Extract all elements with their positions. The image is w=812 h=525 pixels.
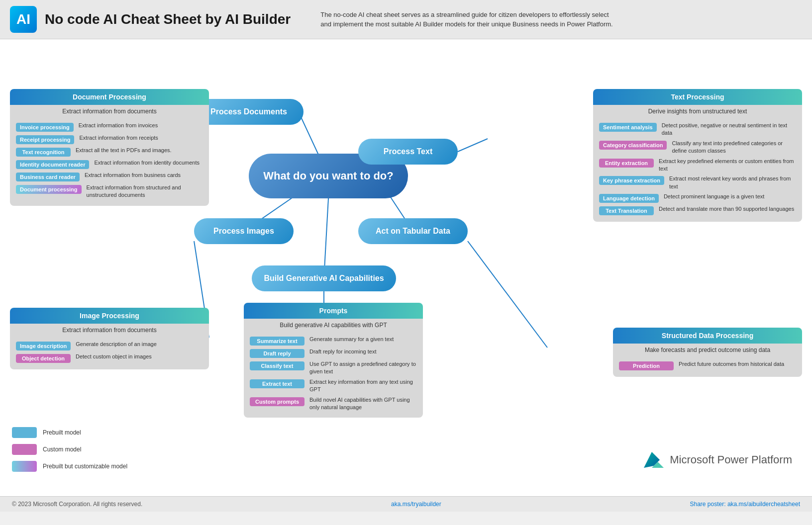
structured-data-body: PredictionPredict future outcomes from h… <box>613 356 802 377</box>
legend-customizable-label: Prebuilt but customizable model <box>43 463 127 470</box>
list-item: Category classificationClassify any text… <box>599 140 796 155</box>
item-description: Extract all the text in PDFs and images. <box>76 147 172 154</box>
power-platform-label: Microsoft Power Platform <box>670 453 792 466</box>
document-processing-box: Document Processing Extract information … <box>10 89 209 206</box>
item-description: Extract information from structured and … <box>87 184 203 199</box>
item-description: Extract information from identity docume… <box>94 159 200 167</box>
legend-custom: Custom model <box>12 444 127 455</box>
process-text-oval[interactable]: Process Text <box>358 139 458 165</box>
list-item: Entity extractionExtract key predefined … <box>599 158 796 173</box>
footer: © 2023 Microsoft Corporation. All rights… <box>0 496 812 512</box>
structured-data-box: Structured Data Processing Make forecast… <box>613 328 802 377</box>
prompts-body: Summarize textGenerate summary for a giv… <box>244 332 423 418</box>
list-item: Image descriptionGenerate description of… <box>16 341 203 350</box>
item-description: Extract key information from any text us… <box>309 378 417 394</box>
item-description: Extract key predefined elements or custo… <box>659 158 796 173</box>
item-tag: Key phrase extraction <box>599 176 664 185</box>
item-tag: Extract text <box>250 379 304 388</box>
main-content: What do you want to do? Process Document… <box>0 39 812 512</box>
image-processing-box: Image Processing Extract information fro… <box>10 308 209 369</box>
list-item: Business card readerExtract information … <box>16 172 203 181</box>
item-description: Extract information from invoices <box>79 122 158 129</box>
item-tag: Category classification <box>599 141 667 150</box>
legend-customizable-swatch <box>12 461 37 472</box>
item-tag: Sentiment analysis <box>599 123 657 132</box>
item-tag: Language detection <box>599 194 659 203</box>
list-item: Identity document readerExtract informat… <box>16 159 203 169</box>
item-description: Classify any text into predefined catego… <box>672 140 796 155</box>
footer-copyright: © 2023 Microsoft Corporation. All rights… <box>12 501 142 508</box>
item-description: Detect and translate more than 90 suppor… <box>659 205 794 213</box>
legend-prebuilt: Prebuilt model <box>12 427 127 438</box>
img-processing-subtitle: Extract information from documents <box>10 324 209 337</box>
item-tag: Receipt processing <box>16 135 74 144</box>
list-item: Draft replyDraft reply for incoming text <box>250 348 417 358</box>
list-item: Invoice processingExtract information fr… <box>16 122 203 132</box>
text-processing-box: Text Processing Derive insights from uns… <box>593 89 802 222</box>
doc-processing-subtitle: Extract information from documents <box>10 105 209 118</box>
item-tag: Custom prompts <box>250 397 304 406</box>
legend: Prebuilt model Custom model Prebuilt but… <box>12 427 127 472</box>
item-tag: Classify text <box>250 361 304 370</box>
svg-line-10 <box>468 241 547 348</box>
list-item: Sentiment analysisDetect positive, negat… <box>599 122 796 137</box>
legend-custom-swatch <box>12 444 37 455</box>
power-platform-branding: Microsoft Power Platform <box>640 448 792 472</box>
text-processing-subtitle: Derive insights from unstructured text <box>593 105 802 118</box>
list-item: Key phrase extractionExtract most releva… <box>599 175 796 190</box>
list-item: Text recognitionExtract all the text in … <box>16 147 203 157</box>
process-documents-oval[interactable]: Process Documents <box>194 99 304 125</box>
item-tag: Object detection <box>16 354 71 363</box>
header-description: The no-code AI cheat sheet serves as a s… <box>320 10 619 29</box>
list-item: Text TranslationDetect and translate mor… <box>599 205 796 215</box>
list-item: PredictionPredict future outcomes from h… <box>619 360 796 370</box>
img-processing-body: Image descriptionGenerate description of… <box>10 337 209 369</box>
item-tag: Text Translation <box>599 206 654 215</box>
structured-data-title: Structured Data Processing <box>613 328 802 344</box>
item-description: Extract most relevant key words and phra… <box>669 175 796 190</box>
text-processing-body: Sentiment analysisDetect positive, negat… <box>593 118 802 222</box>
build-generative-oval[interactable]: Build Generative AI Capabilities <box>252 265 396 291</box>
item-description: Predict future outcomes from historical … <box>679 360 784 368</box>
act-on-tabular-oval[interactable]: Act on Tabular Data <box>358 218 468 244</box>
item-tag: Invoice processing <box>16 123 74 132</box>
item-tag: Draft reply <box>250 349 304 358</box>
legend-prebuilt-label: Prebuilt model <box>43 429 81 436</box>
item-tag: Entity extraction <box>599 159 654 168</box>
header: AI No code AI Cheat Sheet by AI Builder … <box>0 0 812 39</box>
list-item: Extract textExtract key information from… <box>250 378 417 394</box>
doc-processing-title: Document Processing <box>10 89 209 105</box>
footer-right-link[interactable]: Share poster: aka.ms/aibuildercheatsheet <box>690 501 800 508</box>
list-item: Language detectionDetect prominent langu… <box>599 193 796 203</box>
list-item: Custom promptsBuild novel AI capabilitie… <box>250 396 417 412</box>
svg-line-8 <box>458 139 488 152</box>
legend-prebuilt-swatch <box>12 427 37 438</box>
item-description: Draft reply for incoming text <box>309 348 377 355</box>
power-platform-logo <box>640 448 664 472</box>
legend-customizable: Prebuilt but customizable model <box>12 461 127 472</box>
item-description: Detect positive, negative or neutral sen… <box>662 122 796 137</box>
img-processing-title: Image Processing <box>10 308 209 324</box>
legend-custom-label: Custom model <box>43 446 81 453</box>
prompts-title: Prompts <box>244 303 423 319</box>
list-item: Document processingExtract information f… <box>16 184 203 199</box>
doc-processing-body: Invoice processingExtract information fr… <box>10 118 209 206</box>
item-tag: Identity document reader <box>16 160 89 169</box>
item-description: Generate description of an image <box>76 341 157 348</box>
text-processing-title: Text Processing <box>593 89 802 105</box>
item-description: Detect custom object in images <box>76 353 152 360</box>
item-description: Generate summary for a given text <box>309 336 394 343</box>
footer-center-link[interactable]: aka.ms/tryaibuilder <box>391 501 441 508</box>
item-tag: Text recognition <box>16 148 71 157</box>
list-item: Object detectionDetect custom object in … <box>16 353 203 363</box>
process-images-oval[interactable]: Process Images <box>194 218 294 244</box>
item-description: Extract information from receipts <box>79 134 158 142</box>
list-item: Classify textUse GPT to assign a predefi… <box>250 360 417 376</box>
item-description: Use GPT to assign a predefined category … <box>309 360 417 376</box>
prompts-box: Prompts Build generative AI capabilities… <box>244 303 423 418</box>
ai-builder-logo: AI <box>10 6 37 33</box>
prompts-subtitle: Build generative AI capabilities with GP… <box>244 319 423 332</box>
item-tag: Prediction <box>619 361 674 370</box>
svg-text:AI: AI <box>16 11 30 27</box>
item-tag: Business card reader <box>16 173 80 181</box>
